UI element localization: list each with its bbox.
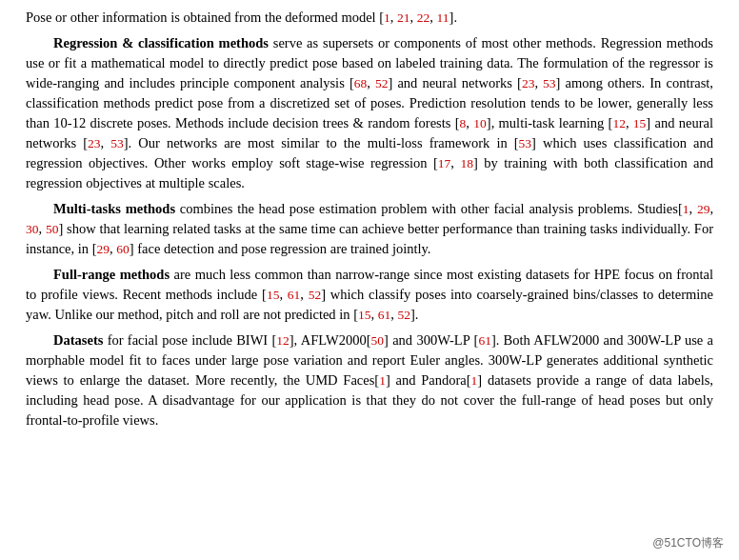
cite-52c: 52 (397, 308, 410, 322)
cite-61a: 61 (288, 288, 301, 302)
cite-1d: 1 (471, 373, 478, 388)
cite-61b: 61 (378, 308, 391, 322)
cite-12b: 12 (276, 333, 290, 348)
cite-29b: 29 (97, 242, 110, 256)
datasets-paragraph: Datasets for facial pose include BIWI [1… (26, 330, 713, 430)
cite-53c: 53 (519, 136, 532, 150)
cite-23a: 23 (522, 76, 535, 90)
cite-23b: 23 (88, 136, 101, 150)
cite-50a: 50 (46, 222, 59, 236)
cite-1: 1 (384, 10, 390, 25)
watermark: @51CTO博客 (649, 534, 728, 552)
cite-12: 12 (612, 116, 626, 130)
cite-29a: 29 (697, 202, 710, 216)
cite-15a: 15 (633, 116, 647, 130)
cite-11: 11 (437, 10, 449, 25)
cite-10: 10 (473, 116, 487, 130)
cite-22: 22 (417, 10, 430, 25)
cite-53a: 53 (543, 76, 556, 90)
regression-heading: Regression & classification methods (53, 35, 269, 50)
multitask-paragraph: Multi-tasks methods combines the head po… (26, 199, 713, 259)
page-container: Pose or other information is obtained fr… (0, 0, 739, 560)
fullrange-paragraph: Full-range methods are much less common … (26, 265, 713, 325)
cite-52a: 52 (375, 76, 389, 90)
datasets-heading: Datasets (53, 332, 103, 348)
fullrange-heading: Full-range methods (53, 267, 170, 282)
cite-1c: 1 (379, 373, 386, 388)
cite-53b: 53 (110, 136, 124, 150)
multitask-heading: Multi-tasks methods (53, 201, 175, 216)
cite-50b: 50 (371, 333, 385, 348)
cite-15b: 15 (267, 288, 280, 302)
intro-paragraph: Pose or other information is obtained fr… (26, 8, 713, 28)
cite-21: 21 (397, 10, 410, 25)
cite-61c: 61 (478, 333, 491, 348)
cite-18: 18 (460, 156, 473, 170)
cite-60: 60 (116, 242, 130, 256)
cite-1b: 1 (683, 202, 689, 216)
cite-52b: 52 (309, 288, 322, 302)
regression-paragraph: Regression & classification methods serv… (26, 33, 713, 193)
cite-17: 17 (438, 156, 451, 170)
cite-15c: 15 (358, 308, 371, 322)
cite-68: 68 (354, 76, 368, 90)
cite-8: 8 (460, 116, 467, 130)
cite-30: 30 (26, 222, 39, 236)
